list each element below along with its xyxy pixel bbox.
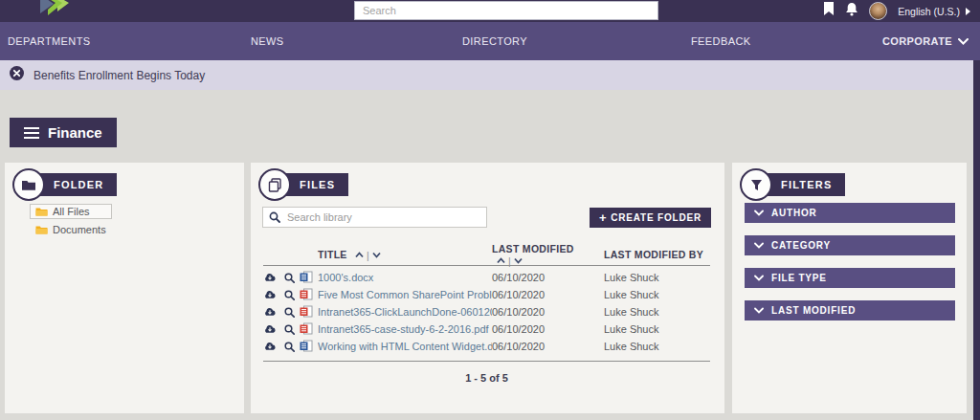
accordion-label: AUTHOR <box>771 208 817 218</box>
pdf-file-icon <box>300 322 313 335</box>
preview-icon[interactable] <box>284 307 295 318</box>
preview-icon[interactable] <box>284 290 295 300</box>
folder-icon <box>35 225 48 235</box>
folder-panel: FOLDER All FilesDocuments <box>5 163 244 413</box>
filter-funnel-icon <box>740 168 772 201</box>
files-panel-header: FILES <box>258 168 348 201</box>
preview-icon[interactable] <box>284 324 295 335</box>
folder-item-label: All Files <box>53 206 90 217</box>
main-nav: DEPARTMENTS NEWS DIRECTORY FEEDBACK CORP… <box>0 22 980 60</box>
accordion-label: FILE TYPE <box>771 273 827 283</box>
global-search-input[interactable] <box>354 1 658 20</box>
filters-panel: FILTERS AUTHORCATEGORYFILE TYPELAST MODI… <box>732 163 967 413</box>
sort-desc-icon[interactable] <box>514 257 523 264</box>
company-logo-icon[interactable] <box>34 0 80 22</box>
table-row[interactable]: Intranet365-ClickLaunchDone-06012016....… <box>263 303 710 321</box>
column-title: TITLE | <box>318 249 492 261</box>
notifications-bell-icon[interactable] <box>845 2 858 20</box>
pdf-file-icon <box>300 305 313 318</box>
file-modified-date: 06/10/2020 <box>492 323 604 335</box>
files-table: TITLE | LAST MODIFIED | LAST MODIFIED BY… <box>263 243 710 384</box>
files-panel: FILES + CREATE FOLDER TITLE | LAST MODIF… <box>251 163 724 413</box>
file-modified-by: Luke Shuck <box>604 323 710 335</box>
folder-tree: All FilesDocuments <box>30 204 112 240</box>
language-selector[interactable]: English (U.S.) <box>898 6 970 17</box>
preview-icon[interactable] <box>284 342 295 352</box>
file-title-link[interactable]: Working with HTML Content Widget.docx <box>318 341 492 352</box>
filter-accordion-category[interactable]: CATEGORY <box>745 235 955 255</box>
folder-tree-item[interactable]: All Files <box>30 204 112 219</box>
sort-desc-icon[interactable] <box>372 252 381 258</box>
alert-banner: Benefits Enrollment Begins Today <box>0 60 973 90</box>
preview-icon[interactable] <box>284 273 295 283</box>
filter-accordion-last-modified[interactable]: LAST MODIFIED <box>745 300 955 321</box>
create-folder-button[interactable]: + CREATE FOLDER <box>590 208 711 228</box>
nav-dropdown-label: CORPORATE <box>882 35 952 47</box>
column-last-modified: LAST MODIFIED | <box>492 243 604 267</box>
file-modified-by: Luke Shuck <box>604 341 710 352</box>
pagination-label: 1 - 5 of 5 <box>263 372 710 384</box>
table-row[interactable]: Five Most Common SharePoint Problems....… <box>263 286 710 303</box>
download-icon[interactable] <box>263 342 277 352</box>
file-modified-by: Luke Shuck <box>604 306 710 318</box>
table-row[interactable]: 1000's.docx06/10/2020Luke Shuck <box>263 269 710 286</box>
filters-panel-header: FILTERS <box>740 168 845 201</box>
language-label: English (U.S.) <box>898 6 960 17</box>
page-title-box[interactable]: Finance <box>10 118 117 147</box>
chevron-down-icon <box>754 210 764 216</box>
column-last-modified-by: LAST MODIFIED BY <box>604 249 710 260</box>
nav-item-departments[interactable]: DEPARTMENTS <box>8 22 91 60</box>
file-modified-date: 06/10/2020 <box>492 341 604 352</box>
file-modified-by: Luke Shuck <box>604 289 710 300</box>
nav-item-feedback[interactable]: FEEDBACK <box>691 22 751 60</box>
docx-file-icon <box>300 271 313 283</box>
files-icon <box>258 168 291 201</box>
user-avatar[interactable] <box>869 2 887 20</box>
accordion-label: LAST MODIFIED <box>771 305 856 316</box>
file-title-link[interactable]: Five Most Common SharePoint Problems.... <box>318 289 492 300</box>
alert-text: Benefits Enrollment Begins Today <box>33 69 205 82</box>
folder-tree-item[interactable]: Documents <box>30 222 112 237</box>
table-row[interactable]: Working with HTML Content Widget.docx06/… <box>263 338 710 355</box>
library-search-input[interactable] <box>262 207 487 228</box>
hamburger-menu-icon[interactable] <box>24 127 39 139</box>
file-modified-date: 06/10/2020 <box>492 272 604 283</box>
filter-accordion-file-type[interactable]: FILE TYPE <box>745 268 955 288</box>
download-icon[interactable] <box>263 307 277 318</box>
sort-asc-icon[interactable] <box>355 252 364 258</box>
chevron-down-icon <box>754 307 764 314</box>
chevron-down-icon <box>958 38 969 45</box>
nav-item-directory[interactable]: DIRECTORY <box>462 22 527 60</box>
file-modified-by: Luke Shuck <box>604 272 710 283</box>
download-icon[interactable] <box>263 290 277 300</box>
files-table-body: 1000's.docx06/10/2020Luke ShuckFive Most… <box>263 266 710 362</box>
table-row[interactable]: Intranet365-case-study-6-2-2016.pdf06/10… <box>263 321 710 338</box>
right-edge-strip <box>973 60 980 420</box>
accordion-label: CATEGORY <box>771 240 831 251</box>
top-bar: English (U.S.) <box>0 0 980 22</box>
pdf-file-icon <box>300 288 313 300</box>
file-title-link[interactable]: 1000's.docx <box>318 272 492 283</box>
file-modified-date: 06/10/2020 <box>492 289 604 300</box>
folder-panel-header: FOLDER <box>12 168 117 201</box>
chevron-down-icon <box>754 242 764 249</box>
folder-icon <box>35 207 48 217</box>
plus-icon: + <box>599 211 607 224</box>
topbar-actions: English (U.S.) <box>823 0 970 22</box>
file-title-link[interactable]: Intranet365-case-study-6-2-2016.pdf <box>318 323 492 335</box>
nav-item-news[interactable]: NEWS <box>251 22 284 60</box>
chevron-down-icon <box>754 275 764 281</box>
files-table-header: TITLE | LAST MODIFIED | LAST MODIFIED BY <box>263 243 710 266</box>
download-icon[interactable] <box>263 324 277 335</box>
download-icon[interactable] <box>263 273 277 283</box>
file-title-link[interactable]: Intranet365-ClickLaunchDone-06012016.... <box>318 306 492 318</box>
filter-accordion-author[interactable]: AUTHOR <box>745 203 955 223</box>
create-folder-label: CREATE FOLDER <box>611 212 702 223</box>
file-modified-date: 06/10/2020 <box>492 306 604 318</box>
bookmark-icon[interactable] <box>823 2 835 20</box>
folder-icon <box>12 168 45 201</box>
close-alert-icon[interactable] <box>10 66 24 84</box>
folder-item-label: Documents <box>53 224 106 235</box>
sort-asc-icon[interactable] <box>497 257 505 264</box>
nav-dropdown-corporate[interactable]: CORPORATE <box>882 22 969 60</box>
